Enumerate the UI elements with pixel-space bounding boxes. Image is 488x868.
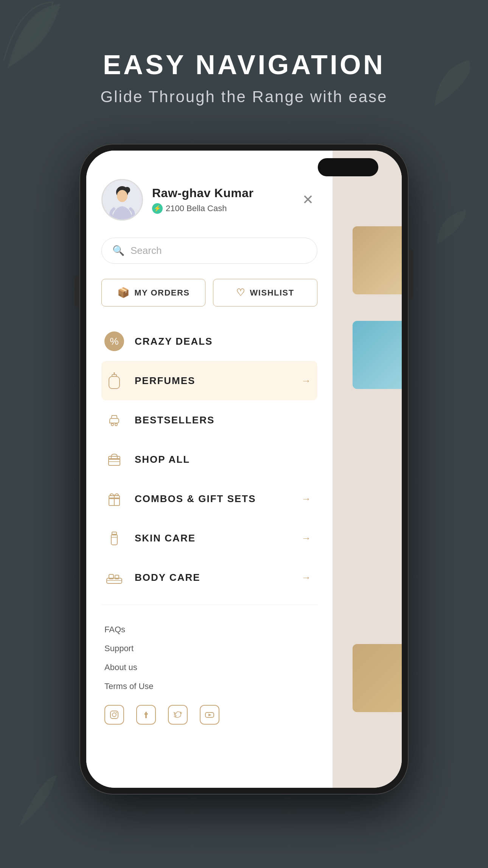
body-care-label: BODY CARE — [135, 572, 200, 583]
svg-marker-26 — [208, 714, 211, 716]
combos-gift-sets-icon — [104, 489, 124, 509]
instagram-icon[interactable] — [104, 705, 124, 725]
side-button-volume — [75, 276, 79, 306]
my-orders-button[interactable]: 📦 MY ORDERS — [101, 279, 205, 306]
perfumes-icon — [104, 371, 124, 390]
bella-cash-amount: 2100 Bella Cash — [166, 204, 227, 213]
svg-point-23 — [112, 713, 116, 717]
youtube-icon[interactable] — [200, 705, 219, 725]
combos-gift-sets-label: COMBOS & GIFT SETS — [135, 493, 256, 505]
svg-point-8 — [115, 423, 117, 426]
bestsellers-icon — [104, 410, 124, 430]
support-link[interactable]: Support — [101, 639, 317, 658]
phone-outer-shell: Raw-ghav Kumar ⚡ 2100 Bella Cash ✕ 🔍 — [79, 144, 409, 795]
twitter-icon[interactable] — [168, 705, 188, 725]
menu-scroll-area[interactable]: Raw-ghav Kumar ⚡ 2100 Bella Cash ✕ 🔍 — [86, 151, 333, 788]
nav-item-bestsellers[interactable]: BESTSELLERS — [101, 400, 317, 440]
svg-point-2 — [117, 190, 127, 202]
hero-section: EASY NAVIGATION Glide Through the Range … — [0, 49, 488, 106]
nav-item-perfumes[interactable]: PERFUMES → — [101, 361, 317, 400]
svg-point-7 — [111, 423, 113, 426]
app-bg-card-3 — [353, 644, 402, 712]
my-orders-label: MY ORDERS — [134, 288, 190, 298]
nav-item-body-care[interactable]: BODY CARE → — [101, 558, 317, 597]
about-us-link[interactable]: About us — [101, 658, 317, 677]
crazy-deals-icon: % — [104, 331, 124, 351]
avatar — [101, 179, 143, 221]
side-button-power — [409, 250, 413, 299]
perfumes-arrow: → — [302, 375, 311, 387]
orders-icon: 📦 — [117, 287, 130, 299]
bg-leaf-mid-right — [435, 208, 469, 246]
close-menu-button[interactable]: ✕ — [298, 190, 317, 209]
action-buttons-row: 📦 MY ORDERS ♡ WISHLIST — [101, 279, 317, 306]
body-care-icon — [104, 568, 124, 587]
facebook-icon[interactable] — [136, 705, 156, 725]
shop-all-label: SHOP ALL — [135, 454, 190, 465]
avatar-illustration — [108, 185, 137, 219]
menu-divider — [101, 605, 317, 605]
nav-item-crazy-deals[interactable]: % CRAZY DEALS — [101, 322, 317, 361]
menu-panel: Raw-ghav Kumar ⚡ 2100 Bella Cash ✕ 🔍 — [86, 151, 333, 788]
svg-rect-18 — [107, 578, 122, 583]
skin-care-icon — [104, 528, 124, 548]
footer-links: FAQs Support About us Terms of Use — [101, 613, 317, 696]
profile-section: Raw-ghav Kumar ⚡ 2100 Bella Cash ✕ — [101, 171, 317, 221]
search-icon: 🔍 — [112, 245, 124, 257]
app-background — [333, 151, 402, 788]
shop-all-icon — [104, 450, 124, 469]
faqs-link[interactable]: FAQs — [101, 620, 317, 639]
svg-rect-4 — [109, 376, 120, 389]
phone-screen: Raw-ghav Kumar ⚡ 2100 Bella Cash ✕ 🔍 — [86, 151, 402, 788]
hero-title: EASY NAVIGATION — [0, 49, 488, 80]
phone-mockup: Raw-ghav Kumar ⚡ 2100 Bella Cash ✕ 🔍 — [79, 144, 409, 795]
search-bar[interactable]: 🔍 Search — [101, 238, 317, 264]
app-bg-card-1 — [353, 226, 402, 294]
app-bg-card-2 — [353, 321, 402, 389]
svg-point-24 — [116, 712, 117, 713]
crazy-deals-label: CRAZY DEALS — [135, 336, 213, 347]
combos-arrow: → — [302, 493, 311, 505]
nav-item-shop-all[interactable]: SHOP ALL — [101, 440, 317, 479]
profile-left: Raw-ghav Kumar ⚡ 2100 Bella Cash — [101, 179, 253, 221]
phone-camera — [318, 158, 378, 176]
social-icons-row — [101, 696, 317, 732]
heart-icon: ♡ — [236, 287, 246, 299]
user-name: Raw-ghav Kumar — [152, 186, 253, 200]
nav-item-skin-care[interactable]: SKIN CARE → — [101, 518, 317, 558]
svg-rect-15 — [111, 534, 117, 545]
bella-cash-row: ⚡ 2100 Bella Cash — [152, 203, 253, 214]
search-placeholder: Search — [131, 245, 162, 257]
skin-care-label: SKIN CARE — [135, 532, 196, 544]
svg-point-6 — [113, 372, 115, 374]
skin-care-arrow: → — [302, 532, 311, 544]
wishlist-label: WISHLIST — [250, 288, 294, 298]
bestsellers-label: BESTSELLERS — [135, 414, 214, 426]
nav-item-combos-gift-sets[interactable]: COMBOS & GIFT SETS → — [101, 479, 317, 518]
wishlist-button[interactable]: ♡ WISHLIST — [213, 279, 317, 306]
terms-of-use-link[interactable]: Terms of Use — [101, 677, 317, 696]
bg-leaf-bottom-left — [11, 773, 61, 830]
profile-info: Raw-ghav Kumar ⚡ 2100 Bella Cash — [152, 186, 253, 214]
hero-subtitle: Glide Through the Range with ease — [0, 88, 488, 106]
navigation-list: % CRAZY DEALS — [101, 322, 317, 597]
perfumes-label: PERFUMES — [135, 375, 195, 387]
bella-cash-icon: ⚡ — [152, 203, 163, 214]
body-care-arrow: → — [302, 572, 311, 583]
